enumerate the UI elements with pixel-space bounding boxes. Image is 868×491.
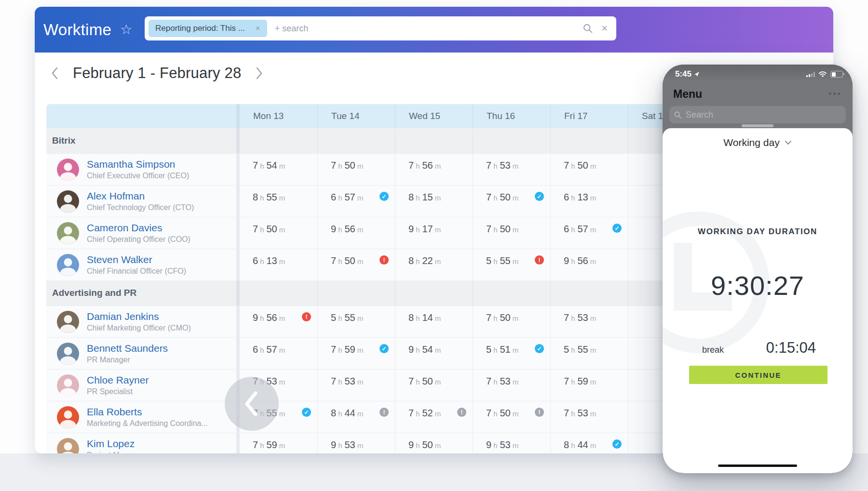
avatar[interactable] [57, 190, 79, 212]
time-cell[interactable]: 6h57m✓ [550, 217, 628, 249]
employee-identity: Steven WalkerChief Financial Officer (CF… [87, 254, 186, 276]
time-cell[interactable]: 6h57m✓ [317, 186, 395, 217]
time-cell[interactable]: 9h17m [395, 217, 473, 249]
time-cell[interactable]: 6h57m [240, 338, 317, 369]
employee-cell: Chloe RaynerPR Specialist [46, 370, 240, 401]
employee-name-link[interactable]: Steven Walker [87, 254, 186, 265]
time-cell[interactable]: 7h50m! [317, 249, 395, 280]
time-cell[interactable]: 8h22m [395, 249, 473, 280]
time-cell[interactable]: 7h53m [550, 401, 628, 433]
time-cell[interactable]: 7h59m [240, 433, 317, 453]
clear-search-icon[interactable]: × [601, 23, 608, 34]
time-cell[interactable]: 7h50m [550, 154, 628, 185]
time-cell[interactable]: 7h50m! [473, 401, 550, 433]
working-day-dropdown[interactable]: Working day [663, 137, 853, 148]
employee-role: Marketing & Advertising Coordina... [87, 419, 208, 428]
phone-search-field[interactable] [669, 106, 846, 123]
department-group-label: Bitrix [46, 128, 240, 153]
employee-name-link[interactable]: Bennett Saunders [87, 343, 168, 354]
avatar[interactable] [57, 343, 79, 365]
time-cell[interactable]: 7h50m [240, 217, 317, 249]
time-cell[interactable]: 7h53m [550, 306, 628, 337]
time-cell[interactable]: 8h15m [395, 186, 473, 217]
break-label: break [702, 345, 724, 355]
previous-period-button[interactable] [49, 65, 60, 81]
time-cell[interactable]: 7h50m [473, 217, 550, 249]
home-indicator[interactable] [718, 464, 797, 467]
time-cell[interactable]: 6h13m [240, 249, 317, 280]
avatar[interactable] [57, 159, 79, 181]
time-cell[interactable]: 6h13m [550, 186, 628, 217]
time-cell[interactable]: 5h51m✓ [473, 338, 550, 369]
time-cell[interactable]: 9h53m [317, 433, 395, 453]
avatar[interactable] [57, 254, 79, 276]
time-cell[interactable]: 9h50m [395, 433, 473, 453]
time-cell[interactable]: 7h52m! [395, 401, 473, 433]
employee-role: Chief Financial Officer (CFO) [87, 267, 186, 276]
employee-name-link[interactable]: Chloe Rayner [87, 374, 149, 386]
scroll-left-button[interactable] [225, 377, 279, 431]
employee-cell: Ella RobertsMarketing & Advertising Coor… [46, 401, 240, 433]
break-timer: 0:15:04 [766, 339, 816, 357]
time-cell[interactable]: 8h55m [240, 186, 317, 217]
wifi-icon [818, 71, 827, 78]
time-cell[interactable]: 8h14m [395, 306, 473, 337]
working-day-timer: 9:30:27 [663, 270, 853, 301]
avatar[interactable] [57, 311, 79, 333]
approved-check-icon: ✓ [535, 192, 544, 201]
filter-chip[interactable]: Reporting period: This ... × [149, 20, 267, 37]
time-cell[interactable]: 9h56m! [240, 306, 317, 337]
time-cell[interactable]: 7h53m [473, 154, 550, 185]
phone-search-input[interactable] [685, 109, 846, 120]
note-info-icon: ! [380, 408, 389, 417]
time-cell[interactable]: 7h56m [395, 154, 473, 185]
time-cell[interactable]: 9h56m [317, 217, 395, 249]
time-cell[interactable]: 7h50m [317, 154, 395, 185]
employee-name-link[interactable]: Samantha Simpson [87, 159, 189, 170]
more-options-icon[interactable]: ••• [828, 89, 842, 99]
employee-identity: Kim LopezProject Manager [87, 438, 143, 453]
search-bar[interactable]: Reporting period: This ... × × [145, 16, 616, 40]
employee-name-link[interactable]: Cameron Davies [87, 222, 190, 234]
avatar[interactable] [57, 406, 79, 428]
time-cell[interactable]: 5h55m [317, 306, 395, 337]
time-cell[interactable]: 7h53m [473, 370, 550, 401]
violation-alert-icon: ! [302, 312, 311, 321]
employee-name-link[interactable]: Kim Lopez [87, 438, 143, 450]
time-cell[interactable]: 5h55m! [473, 249, 550, 280]
time-cell[interactable]: 7h50m [395, 370, 473, 401]
time-cell[interactable]: 5h55m [550, 338, 628, 369]
screenshot-canvas: Worktime ☆ Reporting period: This ... × … [0, 0, 868, 491]
time-cell[interactable]: 7h50m✓ [473, 186, 550, 217]
employee-name-link[interactable]: Ella Roberts [87, 406, 208, 418]
time-cell[interactable]: 9h56m [550, 249, 628, 280]
time-cell[interactable]: 7h53m [317, 370, 395, 401]
day-column-header: Tue 14 [317, 104, 395, 128]
avatar[interactable] [57, 222, 79, 244]
time-cell[interactable]: 8h44m✓ [550, 433, 628, 453]
search-input[interactable] [274, 23, 583, 34]
group-day-cell [473, 128, 550, 153]
time-cell[interactable]: 7h50m [473, 306, 550, 337]
time-cell[interactable]: 7h54m [240, 154, 317, 185]
continue-button[interactable]: CONTINUE [689, 366, 827, 384]
time-cell[interactable]: 9h53m [473, 433, 550, 453]
employee-name-link[interactable]: Alex Hofman [87, 190, 194, 202]
employee-name-link[interactable]: Damian Jenkins [87, 311, 191, 322]
group-day-cell [317, 128, 395, 153]
avatar[interactable] [57, 438, 79, 454]
department-group-label: Advertising and PR [46, 280, 240, 305]
time-cell[interactable]: 7h59m✓ [317, 338, 395, 369]
employee-cell: Damian JenkinsChief Marketing Officer (C… [46, 306, 240, 337]
time-cell[interactable]: 7h59m [550, 370, 628, 401]
employee-identity: Bennett SaundersPR Manager [87, 343, 168, 364]
time-cell[interactable]: 9h54m [395, 338, 473, 369]
favorite-star-icon[interactable]: ☆ [120, 23, 132, 37]
avatar[interactable] [57, 374, 79, 397]
group-day-cell [317, 280, 395, 305]
sheet-drag-handle[interactable] [742, 124, 773, 127]
time-cell[interactable]: 8h44m! [317, 401, 395, 433]
next-period-button[interactable] [254, 65, 265, 81]
filter-chip-close-icon[interactable]: × [256, 24, 260, 33]
search-icon[interactable] [583, 24, 593, 33]
